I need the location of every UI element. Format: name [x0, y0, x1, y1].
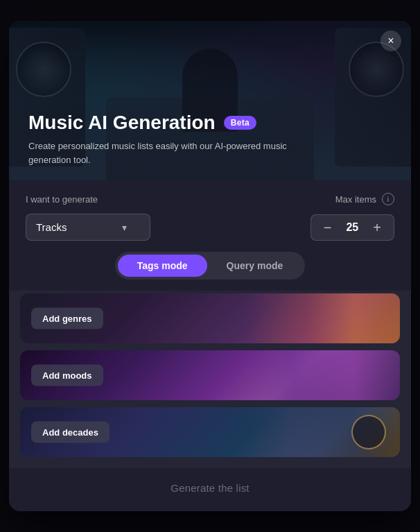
generate-list-button[interactable]: Generate the list	[170, 482, 249, 494]
modal-overlay: Music AI Generation Beta Create personal…	[0, 0, 420, 532]
controls-section: I want to generate Max items i Tracks ▾ …	[9, 180, 411, 291]
title-text: Music AI Generation	[28, 112, 216, 134]
quantity-control: − 25 +	[310, 214, 394, 241]
tags-mode-button[interactable]: Tags mode	[118, 255, 207, 277]
modal-subtitle: Create personalized music lists easily w…	[28, 139, 320, 166]
decrement-button[interactable]: −	[321, 221, 335, 234]
moods-card[interactable]: Add moods	[20, 350, 400, 400]
dropdown-value: Tracks	[36, 221, 67, 233]
beta-badge: Beta	[224, 116, 256, 130]
hero-content: Music AI Generation Beta Create personal…	[9, 95, 411, 180]
increment-button[interactable]: +	[370, 221, 384, 234]
generate-area: Generate the list	[9, 468, 411, 511]
add-genres-button[interactable]: Add genres	[31, 308, 103, 329]
close-button[interactable]: ×	[380, 31, 401, 51]
dropdown-arrow-icon: ▾	[122, 222, 127, 233]
max-items-group: Max items i	[335, 193, 394, 205]
info-symbol: i	[387, 195, 389, 203]
generate-label: I want to generate	[26, 194, 98, 205]
modal-title: Music AI Generation Beta	[28, 112, 392, 134]
hero-section: Music AI Generation Beta Create personal…	[9, 21, 411, 180]
decades-card[interactable]: Add decades	[20, 407, 400, 457]
generate-row: I want to generate Max items i	[26, 193, 394, 205]
info-icon[interactable]: i	[382, 193, 394, 205]
modal: Music AI Generation Beta Create personal…	[9, 21, 411, 511]
dropdown-row: Tracks ▾ − 25 +	[26, 214, 394, 241]
moods-card-overlay	[247, 350, 400, 400]
mode-toggle: Tags mode Query mode	[115, 252, 306, 280]
quantity-value: 25	[342, 221, 362, 234]
cards-area: Add genres Add moods Add decades	[9, 291, 411, 468]
genres-card-overlay	[247, 293, 400, 343]
query-mode-button[interactable]: Query mode	[207, 255, 303, 277]
add-moods-button[interactable]: Add moods	[31, 365, 103, 386]
max-items-label: Max items	[335, 194, 376, 205]
track-type-dropdown[interactable]: Tracks ▾	[26, 214, 150, 241]
close-icon: ×	[387, 35, 394, 47]
genres-card[interactable]: Add genres	[20, 293, 400, 343]
add-decades-button[interactable]: Add decades	[31, 422, 110, 443]
clock-decoration	[351, 415, 386, 449]
